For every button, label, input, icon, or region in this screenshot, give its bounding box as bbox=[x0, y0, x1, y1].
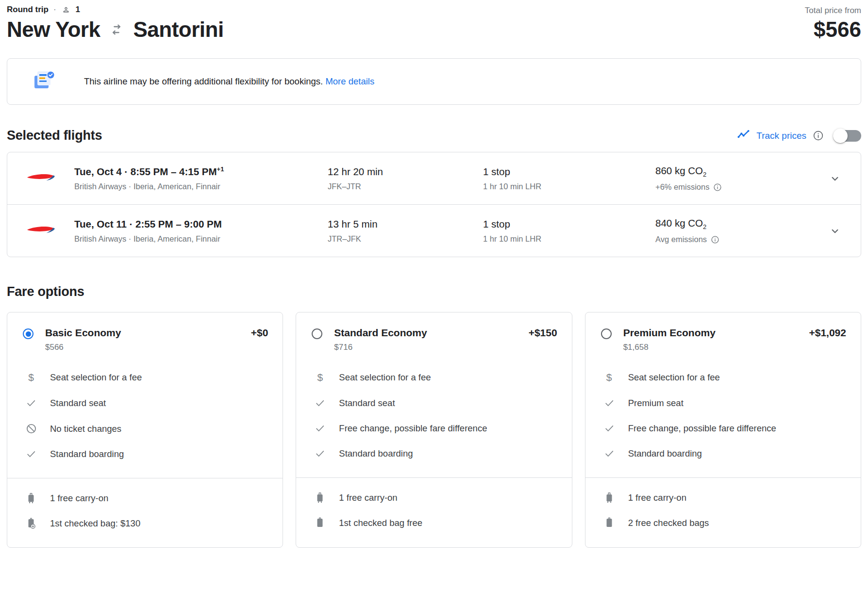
flight-route: JFK–JTR bbox=[328, 182, 483, 191]
feature-row: Standard boarding bbox=[296, 448, 571, 459]
stops-column: 1 stop 1 hr 10 min LHR bbox=[483, 166, 655, 191]
arrival-day-offset: +1 bbox=[217, 165, 224, 173]
check-icon bbox=[602, 398, 617, 409]
fare-radio-button[interactable] bbox=[601, 328, 612, 339]
track-prices-button[interactable]: Track prices bbox=[756, 131, 806, 141]
emissions-detail: Avg emissions bbox=[655, 235, 820, 244]
flight-info: Tue, Oct 4 · 8:55 PM – 4:15 PM+1 British… bbox=[74, 165, 328, 191]
flight-duration: 13 hr 5 min bbox=[328, 218, 483, 230]
track-prices-toggle[interactable] bbox=[833, 129, 861, 143]
carry-on-bag-icon bbox=[601, 492, 618, 504]
check-icon bbox=[24, 398, 38, 409]
swap-arrows-icon bbox=[109, 22, 124, 39]
flight-duration: 12 hr 20 min bbox=[328, 166, 483, 178]
feature-row: No ticket changes bbox=[7, 423, 283, 434]
check-icon bbox=[602, 448, 617, 459]
fare-options-title: Fare options bbox=[7, 284, 84, 299]
card-divider bbox=[7, 478, 283, 478]
info-icon[interactable] bbox=[813, 130, 824, 141]
flight-airlines: British Airways · Iberia, American, Finn… bbox=[74, 182, 328, 191]
flight-info: Tue, Oct 11 · 2:55 PM – 9:00 PM British … bbox=[74, 218, 328, 244]
flight-booking-page: Round trip · 1 Total price from New York… bbox=[0, 0, 868, 590]
emissions-column: 840 kg CO2 Avg emissions bbox=[655, 217, 820, 244]
fare-feature-list: $ Seat selection for a fee Premium seat … bbox=[585, 372, 861, 459]
fare-name: Standard Economy bbox=[334, 327, 427, 339]
fare-radio-button[interactable] bbox=[23, 328, 33, 339]
fare-total-price: $716 bbox=[334, 343, 427, 352]
fare-card-basic-economy[interactable]: Basic Economy $566 +$0 $ Seat selection … bbox=[7, 312, 283, 548]
fare-card-standard-economy[interactable]: Standard Economy $716 +$150 $ Seat selec… bbox=[296, 312, 572, 548]
baggage-row: 1st checked bag free bbox=[296, 517, 571, 529]
fare-options-header: Fare options bbox=[7, 284, 861, 299]
stop-detail: 1 hr 10 min LHR bbox=[483, 234, 655, 244]
expand-flight-chevron[interactable] bbox=[829, 172, 848, 185]
origin-city: New York bbox=[7, 17, 100, 42]
fare-price-delta: +$150 bbox=[529, 327, 557, 339]
baggage-row: 1 free carry-on bbox=[296, 492, 571, 504]
check-icon bbox=[313, 448, 327, 459]
headline-row: New York Santorini $566 bbox=[7, 17, 861, 42]
total-price: $566 bbox=[814, 17, 861, 42]
british-airways-logo bbox=[20, 220, 74, 242]
trip-type-label: Round trip bbox=[7, 5, 49, 15]
british-airways-logo bbox=[20, 167, 74, 190]
fare-card-premium-economy[interactable]: Premium Economy $1,658 +$1,092 $ Seat se… bbox=[585, 312, 861, 548]
fare-options-grid: Basic Economy $566 +$0 $ Seat selection … bbox=[7, 312, 861, 548]
feature-row: Standard boarding bbox=[585, 448, 861, 459]
flight-stops: 1 stop bbox=[483, 166, 655, 178]
expand-flight-chevron[interactable] bbox=[829, 225, 848, 237]
fare-radio-button[interactable] bbox=[312, 328, 322, 339]
fare-feature-list: $ Seat selection for a fee Standard seat… bbox=[7, 372, 283, 459]
emissions-detail: +6% emissions bbox=[655, 182, 820, 192]
feature-row: Standard seat bbox=[7, 398, 283, 409]
more-details-link[interactable]: More details bbox=[325, 76, 374, 86]
track-prices-controls: Track prices bbox=[737, 128, 861, 143]
flight-datetime: Tue, Oct 4 · 8:55 PM – 4:15 PM+1 bbox=[74, 165, 328, 178]
check-icon bbox=[313, 398, 327, 409]
baggage-list: 1 free carry-on 1st checked bag: $130 bbox=[7, 492, 283, 530]
selected-flights-header: Selected flights Track prices bbox=[7, 128, 861, 143]
toggle-knob bbox=[833, 129, 848, 143]
co2-amount: 840 kg CO2 bbox=[655, 217, 820, 230]
carry-on-bag-icon bbox=[23, 492, 39, 505]
fare-name: Premium Economy bbox=[623, 327, 716, 339]
fare-total-price: $1,658 bbox=[623, 343, 716, 352]
baggage-list: 1 free carry-on 2 free checked bags bbox=[585, 492, 861, 529]
baggage-list: 1 free carry-on 1st checked bag free bbox=[296, 492, 571, 529]
selected-flights-title: Selected flights bbox=[7, 128, 102, 143]
flight-route: JTR–JFK bbox=[328, 234, 483, 244]
checked-bag-icon bbox=[23, 517, 39, 530]
emissions-info-icon[interactable] bbox=[713, 183, 722, 192]
feature-row: Free change, possible fare difference bbox=[585, 423, 861, 434]
route-headline: New York Santorini bbox=[7, 17, 224, 42]
dollar-icon: $ bbox=[602, 372, 617, 383]
emissions-info-icon[interactable] bbox=[711, 235, 719, 244]
fare-name: Basic Economy bbox=[45, 327, 121, 339]
check-icon bbox=[313, 423, 327, 434]
duration-column: 13 hr 5 min JTR–JFK bbox=[328, 218, 483, 244]
card-divider bbox=[585, 477, 861, 478]
feature-row: $ Seat selection for a fee bbox=[7, 372, 283, 383]
fare-price-delta: +$1,092 bbox=[809, 327, 846, 339]
feature-row: Standard boarding bbox=[7, 449, 283, 459]
stops-column: 1 stop 1 hr 10 min LHR bbox=[483, 218, 655, 244]
flight-row-return[interactable]: Tue, Oct 11 · 2:55 PM – 9:00 PM British … bbox=[7, 204, 861, 257]
separator-dot: · bbox=[53, 5, 56, 15]
baggage-row: 2 free checked bags bbox=[585, 517, 861, 529]
carry-on-bag-icon bbox=[312, 492, 328, 504]
baggage-row: 1st checked bag: $130 bbox=[7, 517, 283, 530]
trip-meta: Round trip · 1 bbox=[7, 5, 80, 15]
destination-city: Santorini bbox=[133, 17, 223, 42]
header: Round trip · 1 Total price from bbox=[7, 5, 861, 16]
feature-row: $ Seat selection for a fee bbox=[296, 372, 571, 383]
banner-message: This airline may be offering additional … bbox=[84, 76, 374, 87]
fare-card-header: Basic Economy $566 +$0 bbox=[7, 312, 283, 352]
check-icon bbox=[24, 449, 38, 459]
feature-row: Standard seat bbox=[296, 398, 571, 409]
flight-row-outbound[interactable]: Tue, Oct 4 · 8:55 PM – 4:15 PM+1 British… bbox=[7, 152, 861, 204]
checked-bag-icon bbox=[312, 517, 328, 529]
selected-flights-card: Tue, Oct 4 · 8:55 PM – 4:15 PM+1 British… bbox=[7, 152, 861, 257]
feature-row: Premium seat bbox=[585, 398, 861, 409]
person-icon bbox=[61, 5, 71, 15]
trending-chart-icon bbox=[737, 128, 750, 143]
